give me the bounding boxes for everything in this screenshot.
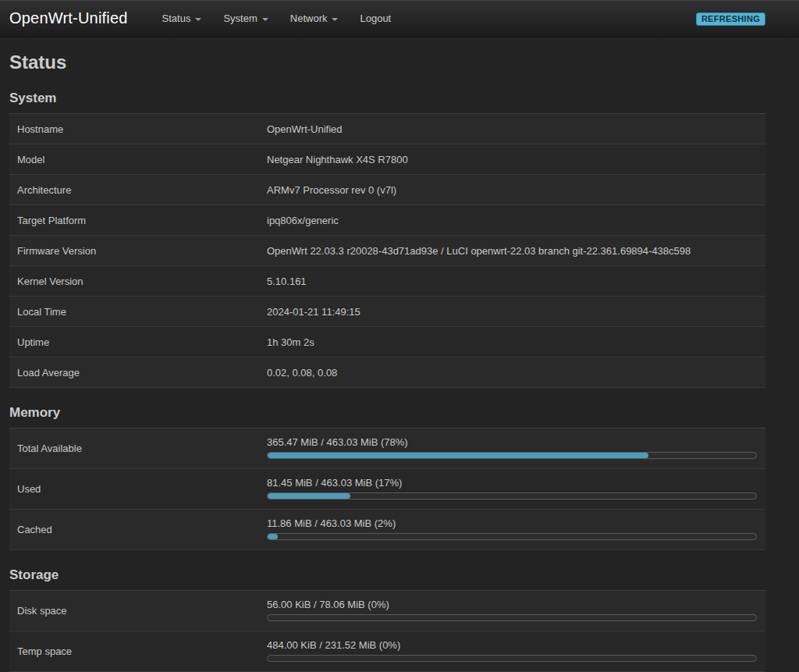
row-label: Uptime bbox=[9, 336, 267, 348]
progress-bar-fill bbox=[268, 534, 278, 539]
table-row: Cached11.86 MiB / 463.03 MiB (2%) bbox=[9, 510, 765, 550]
table-row: Firmware VersionOpenWrt 22.03.3 r20028-4… bbox=[9, 236, 765, 266]
row-value: 5.10.161 bbox=[267, 276, 765, 287]
progress-bar bbox=[267, 492, 757, 500]
row-label: Local Time bbox=[9, 306, 267, 318]
table-row: Used81.45 MiB / 463.03 MiB (17%) bbox=[9, 469, 765, 510]
row-label: Disk space bbox=[9, 605, 267, 617]
nav-item-system[interactable]: System bbox=[212, 6, 279, 30]
row-value-cell: 81.45 MiB / 463.03 MiB (17%) bbox=[267, 471, 765, 507]
row-label: Kernel Version bbox=[9, 276, 267, 287]
row-label: Model bbox=[9, 154, 267, 165]
refreshing-badge: REFRESHING bbox=[696, 12, 765, 26]
usage-text: 365.47 MiB / 463.03 MiB (78%) bbox=[267, 436, 757, 448]
row-value-cell: 365.47 MiB / 463.03 MiB (78%) bbox=[267, 431, 765, 466]
progress-bar bbox=[267, 614, 757, 621]
row-label: Target Platform bbox=[9, 215, 267, 226]
row-value: OpenWrt 22.03.3 r20028-43d71ad93e / LuCI… bbox=[267, 245, 765, 257]
nav-item-label: Network bbox=[290, 12, 328, 24]
row-label: Cached bbox=[9, 524, 267, 535]
table-row: Local Time2024-01-21 11:49:15 bbox=[9, 297, 765, 327]
usage-text: 484.00 KiB / 231.52 MiB (0%) bbox=[267, 639, 757, 651]
table-row: ArchitectureARMv7 Processor rev 0 (v7l) bbox=[9, 175, 765, 205]
table-row: Disk space56.00 KiB / 78.06 MiB (0%) bbox=[9, 591, 765, 631]
row-value: Netgear Nighthawk X4S R7800 bbox=[267, 154, 765, 165]
row-value: OpenWrt-Unified bbox=[267, 123, 765, 135]
table-row: Kernel Version5.10.161 bbox=[9, 266, 765, 297]
progress-bar bbox=[267, 655, 757, 662]
progress-bar-fill bbox=[268, 493, 350, 499]
navbar: OpenWrt-Unified StatusSystemNetworkLogou… bbox=[0, 0, 799, 37]
nav-item-label: System bbox=[223, 12, 257, 24]
row-label: Temp space bbox=[9, 645, 267, 657]
nav-item-logout[interactable]: Logout bbox=[349, 6, 402, 30]
progress-bar bbox=[267, 452, 757, 459]
section-heading-storage: Storage bbox=[9, 567, 765, 591]
row-label: Total Available bbox=[9, 443, 267, 454]
nav-item-label: Status bbox=[162, 12, 191, 24]
row-label: Architecture bbox=[9, 184, 267, 196]
chevron-down-icon bbox=[262, 18, 268, 21]
table-row: HostnameOpenWrt-Unified bbox=[9, 114, 765, 144]
usage-text: 11.86 MiB / 463.03 MiB (2%) bbox=[267, 517, 757, 529]
nav-item-status[interactable]: Status bbox=[151, 6, 213, 30]
nav-menu: StatusSystemNetworkLogout bbox=[151, 6, 403, 30]
table-row: Load Average0.02, 0.08, 0.08 bbox=[9, 357, 765, 388]
chevron-down-icon bbox=[195, 18, 201, 21]
usage-text: 56.00 KiB / 78.06 MiB (0%) bbox=[267, 599, 757, 610]
progress-bar-fill bbox=[268, 453, 648, 458]
table-row: Uptime1h 30m 2s bbox=[9, 327, 765, 357]
table-row: Temp space484.00 KiB / 231.52 MiB (0%) bbox=[9, 631, 765, 672]
usage-text: 81.45 MiB / 463.03 MiB (17%) bbox=[267, 477, 757, 489]
brand-link[interactable]: OpenWrt-Unified bbox=[0, 9, 137, 27]
nav-item-label: Logout bbox=[360, 12, 391, 24]
row-label: Load Average bbox=[9, 367, 267, 379]
section-heading-system: System bbox=[9, 91, 765, 114]
row-label: Used bbox=[9, 483, 267, 495]
section-heading-memory: Memory bbox=[9, 405, 765, 428]
main-content: Status System HostnameOpenWrt-UnifiedMod… bbox=[0, 52, 799, 672]
page-title: Status bbox=[9, 52, 765, 73]
row-value-cell: 56.00 KiB / 78.06 MiB (0%) bbox=[267, 593, 765, 628]
row-value-cell: 11.86 MiB / 463.03 MiB (2%) bbox=[267, 512, 765, 547]
table-row: ModelNetgear Nighthawk X4S R7800 bbox=[9, 144, 765, 175]
row-value: 1h 30m 2s bbox=[267, 336, 765, 348]
storage-table: Disk space56.00 KiB / 78.06 MiB (0%)Temp… bbox=[9, 591, 765, 672]
row-value-cell: 484.00 KiB / 231.52 MiB (0%) bbox=[267, 634, 765, 669]
table-row: Total Available365.47 MiB / 463.03 MiB (… bbox=[9, 428, 765, 469]
system-table: HostnameOpenWrt-UnifiedModelNetgear Nigh… bbox=[9, 114, 765, 388]
chevron-down-icon bbox=[332, 18, 338, 21]
row-value: ARMv7 Processor rev 0 (v7l) bbox=[267, 184, 765, 196]
nav-item-network[interactable]: Network bbox=[279, 6, 350, 30]
row-value: ipq806x/generic bbox=[267, 215, 765, 226]
row-value: 2024-01-21 11:49:15 bbox=[267, 306, 765, 318]
row-label: Hostname bbox=[9, 123, 267, 135]
row-value: 0.02, 0.08, 0.08 bbox=[267, 367, 765, 379]
memory-table: Total Available365.47 MiB / 463.03 MiB (… bbox=[9, 428, 765, 550]
progress-bar bbox=[267, 533, 757, 540]
row-label: Firmware Version bbox=[9, 245, 267, 257]
table-row: Target Platformipq806x/generic bbox=[9, 205, 765, 236]
